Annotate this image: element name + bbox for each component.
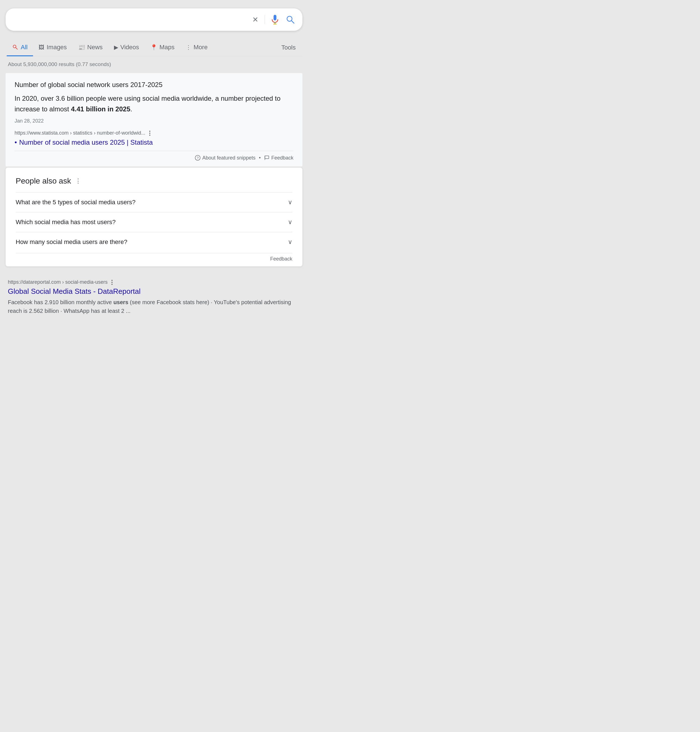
result-menu-icon[interactable]	[147, 129, 152, 137]
images-icon: 🖼	[39, 44, 44, 51]
tools-tab[interactable]: Tools	[276, 40, 301, 56]
search-icon	[286, 15, 294, 24]
result-menu-icon-2[interactable]	[110, 279, 114, 286]
tab-all[interactable]: All	[7, 39, 33, 56]
result-snippet: Facebook has 2.910 billion monthly activ…	[8, 298, 300, 315]
paa-menu-icon[interactable]: ⋮	[75, 177, 81, 185]
tab-more[interactable]: ⋮ More	[180, 39, 213, 56]
search-bar-icons: ✕	[251, 13, 296, 26]
paa-question-0: What are the 5 types of social media use…	[16, 199, 135, 206]
tab-images[interactable]: 🖼 Images	[33, 39, 72, 56]
snippet-footer: ? About featured snippets • Feedback	[15, 151, 293, 161]
search-button[interactable]	[285, 14, 296, 25]
all-icon	[12, 44, 19, 50]
svg-text:?: ?	[197, 156, 199, 160]
snippet-body-bold: 4.41 billion in 2025	[71, 105, 130, 113]
paa-feedback-link[interactable]: Feedback	[270, 256, 292, 262]
result-source-url: https://datareportal.com › social-media-…	[8, 279, 300, 286]
snippet-body-text: In 2020, over 3.6 billion people were us…	[15, 95, 281, 113]
results-info: About 5,930,000,000 results (0.77 second…	[6, 61, 302, 67]
maps-icon: 📍	[150, 44, 157, 51]
tab-videos[interactable]: ▶ Videos	[108, 39, 145, 56]
people-also-ask-box: People also ask ⋮ What are the 5 types o…	[6, 167, 302, 266]
feedback-link[interactable]: Feedback	[264, 155, 293, 161]
dot-separator: •	[259, 155, 261, 161]
bullet-icon: •	[15, 138, 17, 146]
divider	[265, 15, 265, 24]
nav-tabs: All 🖼 Images 📰 News ▶ Videos 📍 Maps ⋮ Mo…	[6, 39, 302, 56]
snippet-source-url: https://www.statista.com › statistics › …	[15, 129, 293, 137]
snippet-date: Jan 28, 2022	[15, 118, 293, 124]
snippet-body-end: .	[131, 105, 132, 113]
flag-icon	[264, 155, 270, 161]
tab-maps[interactable]: 📍 Maps	[145, 39, 180, 56]
svg-rect-0	[274, 15, 276, 21]
more-icon: ⋮	[186, 44, 191, 51]
tab-news[interactable]: 📰 News	[72, 39, 108, 56]
paa-item-1[interactable]: Which social media has most users? ∨	[16, 212, 292, 232]
chevron-down-icon-0: ∨	[288, 199, 292, 206]
search-bar: social media users ✕	[6, 9, 302, 31]
result-title-link[interactable]: Global Social Media Stats - DataReportal	[8, 287, 300, 296]
clear-icon: ✕	[252, 15, 259, 24]
featured-snippet: Number of global social network users 20…	[6, 73, 302, 166]
chevron-down-icon-1: ∨	[288, 219, 292, 226]
snippet-link[interactable]: • Number of social media users 2025 | St…	[15, 138, 293, 146]
svg-line-6	[16, 48, 18, 49]
svg-line-4	[291, 21, 294, 23]
videos-icon: ▶	[114, 44, 118, 51]
snippet-body: In 2020, over 3.6 billion people were us…	[15, 93, 293, 115]
paa-header: People also ask ⋮	[16, 176, 292, 186]
paa-footer: Feedback	[16, 253, 292, 262]
paa-question-1: Which social media has most users?	[16, 219, 116, 226]
snippet-title: Number of global social network users 20…	[15, 81, 293, 89]
paa-question-2: How many social media users are there?	[16, 238, 127, 246]
paa-item-0[interactable]: What are the 5 types of social media use…	[16, 192, 292, 212]
svg-rect-9	[265, 156, 269, 158]
paa-item-2[interactable]: How many social media users are there? ∨	[16, 232, 292, 252]
snippet-highlight: users	[113, 299, 128, 305]
microphone-button[interactable]	[270, 13, 280, 26]
about-snippets-link[interactable]: ? About featured snippets	[195, 155, 255, 161]
chevron-down-icon-2: ∨	[288, 238, 292, 246]
paa-title: People also ask	[16, 176, 71, 186]
search-input[interactable]: social media users	[12, 15, 251, 24]
microphone-icon	[271, 15, 279, 25]
news-icon: 📰	[78, 44, 85, 51]
clear-button[interactable]: ✕	[251, 14, 260, 25]
question-icon: ?	[195, 155, 200, 161]
second-result: https://datareportal.com › social-media-…	[6, 273, 302, 320]
